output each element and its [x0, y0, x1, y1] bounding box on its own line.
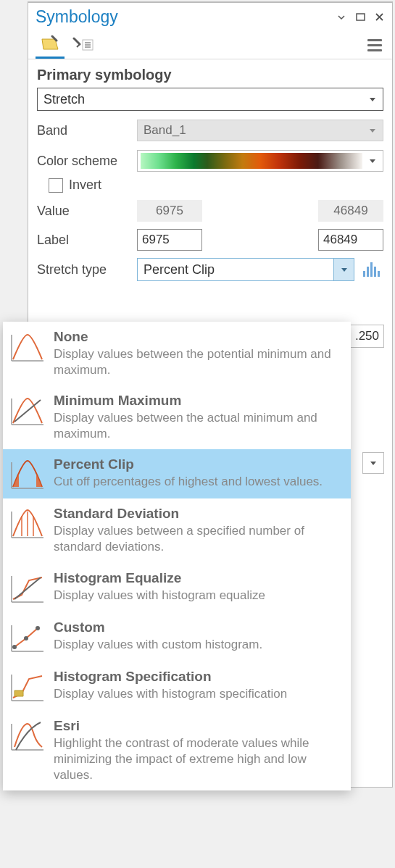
invert-checkbox[interactable]: [49, 178, 63, 193]
dd-desc: Display values between a specified numbe…: [54, 523, 342, 555]
tab-primary-symbology[interactable]: [36, 31, 65, 59]
dd-title: Histogram Specification: [54, 669, 342, 685]
curve-histeq-icon: [9, 570, 46, 605]
curve-none-icon: [9, 329, 46, 364]
value-label: Value: [37, 204, 137, 219]
dd-text: Percent Clip Cut off percentages of high…: [54, 456, 342, 490]
stretch-option-histspec[interactable]: Histogram Specification Display values w…: [3, 662, 351, 711]
dd-text: Minimum Maximum Display values between t…: [54, 393, 342, 442]
dd-desc: Highlight the contrast of moderate value…: [54, 735, 342, 783]
dd-text: None Display values between the potentia…: [54, 329, 342, 378]
dd-title: Custom: [54, 619, 342, 635]
label-min-input[interactable]: 6975: [137, 229, 202, 251]
stretch-option-percentclip[interactable]: Percent Clip Cut off percentages of high…: [3, 449, 351, 498]
pane-header: Symbology: [28, 3, 392, 27]
close-button[interactable]: [372, 10, 386, 25]
svg-rect-0: [357, 14, 365, 20]
dd-desc: Display values with histogram specificat…: [54, 686, 342, 702]
stretch-option-none[interactable]: None Display values between the potentia…: [3, 322, 351, 385]
stretch-option-custom[interactable]: Custom Display values with custom histog…: [3, 612, 351, 662]
invert-label: Invert: [69, 178, 101, 193]
stretch-type-dropdown-button[interactable]: [333, 259, 354, 280]
dd-title: Minimum Maximum: [54, 393, 342, 409]
stretch-type-value: Percent Clip: [138, 262, 333, 277]
value-row: Value 6975 46849: [37, 200, 383, 222]
stretch-type-row: Stretch type Percent Clip: [37, 258, 383, 281]
dd-text: Standard Deviation Display values betwee…: [54, 506, 342, 555]
autohide-button[interactable]: [334, 10, 349, 25]
symbology-type-value: Stretch: [43, 92, 85, 107]
invert-row: Invert: [37, 178, 383, 193]
dd-title: Esri: [54, 718, 342, 734]
dd-title: Percent Clip: [54, 456, 342, 472]
dd-text: Custom Display values with custom histog…: [54, 619, 342, 653]
hidden-select[interactable]: [362, 452, 384, 474]
value-min: 6975: [137, 200, 202, 222]
stretch-option-histeq[interactable]: Histogram Equalize Display values with h…: [3, 563, 351, 612]
stretch-type-label: Stretch type: [37, 262, 137, 277]
curve-esri-icon: [9, 718, 46, 753]
curve-histspec-icon: [9, 669, 46, 704]
stretch-option-stddev[interactable]: Standard Deviation Display values betwee…: [3, 498, 351, 562]
stretch-option-esri[interactable]: Esri Highlight the contrast of moderate …: [3, 711, 351, 790]
svg-point-23: [24, 636, 28, 640]
brush-list-icon: [72, 36, 94, 54]
histogram-button[interactable]: [359, 258, 383, 281]
dd-desc: Cut off percentages of highest and lowes…: [54, 474, 342, 490]
stretch-type-dropdown: None Display values between the potentia…: [3, 322, 351, 790]
dd-desc: Display values between the actual minimu…: [54, 410, 342, 442]
stretch-option-minmax[interactable]: Minimum Maximum Display values between t…: [3, 385, 351, 449]
band-value: Band_1: [144, 123, 186, 138]
dd-desc: Display values between the potential min…: [54, 346, 342, 378]
curve-custom-icon: [9, 619, 46, 654]
band-select[interactable]: Band_1: [137, 120, 383, 141]
tab-advanced-options[interactable]: [69, 31, 98, 59]
label-row: Label 6975 46849: [37, 229, 383, 251]
color-scheme-select[interactable]: [137, 150, 383, 172]
svg-line-19: [14, 577, 41, 599]
color-ramp-preview: [141, 153, 362, 169]
color-scheme-label: Color scheme: [37, 154, 137, 169]
dd-desc: Display values with histogram equalize: [54, 588, 342, 604]
dd-desc: Display values with custom histogram.: [54, 637, 342, 653]
symbology-type-select[interactable]: Stretch: [37, 88, 383, 111]
dd-text: Histogram Equalize Display values with h…: [54, 570, 342, 604]
value-max: 46849: [318, 200, 383, 222]
pane-title: Symbology: [36, 7, 330, 27]
maximize-button[interactable]: [353, 10, 367, 25]
dd-title: Histogram Equalize: [54, 570, 342, 586]
svg-point-22: [12, 645, 17, 649]
stretch-type-select[interactable]: Percent Clip: [137, 258, 354, 281]
color-scheme-row: Color scheme: [37, 150, 383, 172]
dd-title: Standard Deviation: [54, 506, 342, 522]
dd-title: None: [54, 329, 342, 345]
curve-stddev-icon: [9, 506, 46, 541]
band-row: Band Band_1: [37, 120, 383, 141]
tabs-row: [28, 27, 392, 59]
primary-symbology-title: Primary symbology: [37, 67, 383, 83]
brush-note-icon: [39, 35, 61, 54]
svg-point-24: [36, 626, 40, 630]
menu-button[interactable]: [365, 35, 385, 55]
band-label: Band: [37, 123, 137, 138]
label-max-input[interactable]: 46849: [318, 229, 383, 251]
dd-text: Histogram Specification Display values w…: [54, 669, 342, 702]
label-label: Label: [37, 233, 137, 248]
clip-max-value: .250: [355, 329, 379, 343]
curve-minmax-icon: [9, 393, 46, 427]
curve-percentclip-icon: [9, 456, 46, 491]
dd-text: Esri Highlight the contrast of moderate …: [54, 718, 342, 783]
